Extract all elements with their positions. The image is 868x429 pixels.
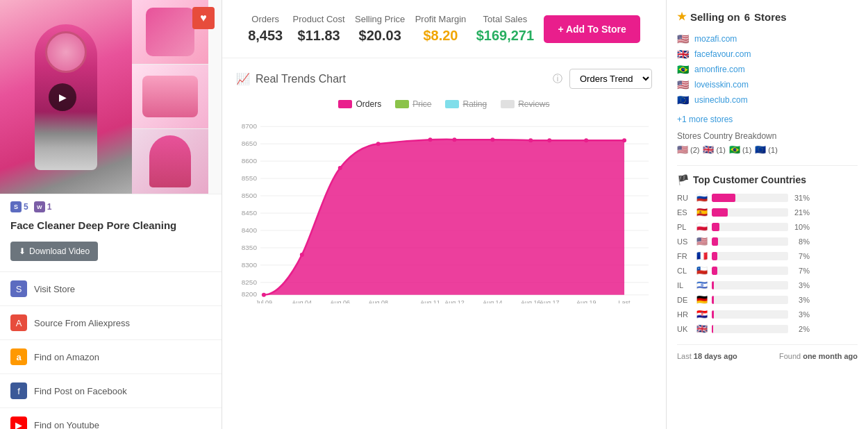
total-sales-label: Total Sales <box>476 14 534 24</box>
facebook-label: Find Post on Facebook <box>34 386 127 396</box>
youtube-icon: ▶ <box>10 417 27 429</box>
add-to-store-button[interactable]: + Add To Store <box>544 15 640 43</box>
download-label: Download Video <box>29 246 90 256</box>
uk-flag-1: 🇬🇧 <box>677 49 689 60</box>
aliexpress-link[interactable]: A Source From Aliexpress <box>0 306 222 340</box>
legend-rating: Rating <box>445 99 487 109</box>
aliexpress-icon: A <box>10 314 27 331</box>
store-name: mozafi.com <box>694 34 737 44</box>
uk-pct: 2% <box>792 325 810 333</box>
play-button[interactable]: ▶ <box>49 83 76 111</box>
country-code-il: IL <box>677 281 692 289</box>
ru-bar-bg <box>712 194 788 202</box>
heart-badge[interactable]: ♥ <box>192 7 215 29</box>
us-pct: 8% <box>792 237 810 246</box>
country-uk: UK 🇬🇧 2% <box>677 323 858 334</box>
fr-bar-fill <box>712 252 717 260</box>
es-bar-fill <box>712 208 728 217</box>
country-de: DE 🇩🇪 3% <box>677 294 858 305</box>
store-item-amonfire[interactable]: 🇧🇷 amonfire.com <box>677 62 858 77</box>
data-point <box>452 137 456 142</box>
amazon-label: Find on Amazon <box>34 352 99 362</box>
svg-text:Aug 17: Aug 17 <box>540 299 559 303</box>
rating-legend-dot <box>445 100 459 108</box>
il-bar-fill <box>712 281 714 289</box>
trend-dropdown[interactable]: Orders Trend <box>569 69 652 89</box>
svg-text:8400: 8400 <box>242 226 258 234</box>
es-bar-bg <box>712 208 788 217</box>
selling-price-value: $20.03 <box>355 28 405 44</box>
product-cost-label: Product Cost <box>293 14 345 24</box>
ru-bar-fill <box>712 194 735 202</box>
legend-orders: Orders <box>338 99 381 109</box>
de-flag: 🇩🇪 <box>696 294 708 305</box>
country-cl: CL 🇨🇱 7% <box>677 265 858 276</box>
price-legend-label: Price <box>412 99 431 109</box>
download-video-button[interactable]: ⬇ Download Video <box>10 242 98 261</box>
profit-margin-label: Profit Margin <box>415 14 467 24</box>
flag-icon-header: 🏴 <box>677 174 689 185</box>
pl-bar-bg <box>712 223 788 231</box>
uk-flag-breakdown: 🇬🇧 <box>703 144 714 155</box>
data-point <box>490 137 494 142</box>
svg-text:Aug 08: Aug 08 <box>368 299 387 303</box>
top-countries-header: 🏴 Top Customer Countries <box>677 174 858 185</box>
price-legend-dot <box>395 100 409 108</box>
data-point <box>622 138 626 142</box>
right-panel: ★ Selling on 6 Stores 🇺🇸 mozafi.com 🇬🇧 f… <box>667 0 868 429</box>
stores-suffix: Stores <box>754 11 787 23</box>
country-ru: RU 🇷🇺 31% <box>677 192 858 203</box>
visit-store-label: Visit Store <box>34 284 75 294</box>
chart-icon: 📈 <box>236 72 250 85</box>
store-name: amonfire.com <box>694 65 745 74</box>
svg-text:Aug 06: Aug 06 <box>331 299 350 303</box>
svg-text:8550: 8550 <box>242 174 258 182</box>
es-flag: 🇪🇸 <box>696 207 708 217</box>
fr-flag: 🇫🇷 <box>696 251 708 261</box>
store-item-mozafi[interactable]: 🇺🇸 mozafi.com <box>677 31 858 47</box>
shopify-badge: S 5 <box>10 201 28 212</box>
facebook-link[interactable]: f Find Post on Facebook <box>0 374 222 408</box>
cl-flag: 🇨🇱 <box>696 265 708 276</box>
store-item-loveisskin[interactable]: 🇺🇸 loveisskin.com <box>677 77 858 92</box>
chart-header: 📈 Real Trends Chart ⓘ Orders Trend <box>236 69 652 89</box>
store-name: loveisskin.com <box>694 80 749 90</box>
youtube-label: Find on Youtube <box>34 420 99 430</box>
youtube-link[interactable]: ▶ Find on Youtube <box>0 408 222 429</box>
total-sales-value: $169,271 <box>476 28 534 44</box>
br-count: (1) <box>742 146 751 154</box>
svg-text:Aug 11: Aug 11 <box>420 299 440 303</box>
us-flag-country: 🇺🇸 <box>696 236 708 246</box>
amazon-link[interactable]: a Find on Amazon <box>0 340 222 374</box>
legend-price: Price <box>395 99 431 109</box>
cl-bar-fill <box>712 267 717 275</box>
data-point <box>300 253 304 257</box>
product-badges: S 5 W 1 <box>0 194 222 216</box>
svg-text:Aug 19: Aug 19 <box>576 299 596 303</box>
svg-text:8200: 8200 <box>242 290 258 298</box>
visit-store-link[interactable]: S Visit Store <box>0 272 222 306</box>
store-item-usineclub[interactable]: 🇪🇺 usineclub.com <box>677 92 858 108</box>
country-code-pl: PL <box>677 223 692 231</box>
us-bar-fill <box>712 237 718 246</box>
breakdown-us: 🇺🇸 (2) <box>677 144 699 155</box>
data-point <box>262 293 266 297</box>
de-bar-bg <box>712 296 788 304</box>
woo-count: 1 <box>47 202 52 212</box>
chart-title: 📈 Real Trends Chart <box>236 72 346 85</box>
country-pl: PL 🇵🇱 10% <box>677 221 858 232</box>
chart-title-text: Real Trends Chart <box>256 73 346 85</box>
store-name: facefavour.com <box>694 49 751 59</box>
country-us: US 🇺🇸 8% <box>677 236 858 246</box>
total-sales-stat: Total Sales $169,271 <box>476 14 534 44</box>
pl-flag: 🇵🇱 <box>696 221 708 232</box>
reviews-legend-label: Reviews <box>518 99 549 109</box>
country-es: ES 🇪🇸 21% <box>677 207 858 217</box>
svg-text:Aug 04: Aug 04 <box>292 299 312 303</box>
country-code-us: US <box>677 237 692 246</box>
rating-legend-label: Rating <box>462 99 487 109</box>
country-il: IL 🇮🇱 3% <box>677 280 858 290</box>
hr-bar-fill <box>712 310 714 319</box>
more-stores-link[interactable]: +1 more stores <box>677 115 858 124</box>
store-item-facefavour[interactable]: 🇬🇧 facefavour.com <box>677 47 858 62</box>
